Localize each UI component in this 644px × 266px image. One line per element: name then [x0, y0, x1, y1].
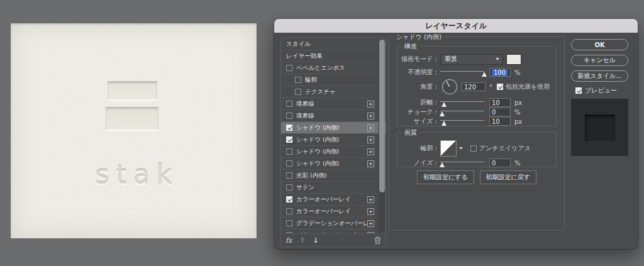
antialias-label: アンチエイリアス: [479, 144, 531, 153]
slider-thumb-icon[interactable]: [440, 111, 445, 116]
add-effect-icon[interactable]: [367, 136, 374, 143]
choke-slider[interactable]: [440, 108, 484, 116]
opacity-input[interactable]: 100: [489, 68, 511, 77]
style-label: シャドウ (内側): [296, 160, 367, 168]
style-row[interactable]: テクスチャ: [281, 86, 386, 98]
style-row[interactable]: グラデーションオーバーレイ: [281, 218, 386, 230]
style-checkbox[interactable]: [286, 172, 292, 179]
ok-button[interactable]: OK: [571, 39, 628, 50]
slider-thumb-icon[interactable]: [441, 121, 447, 126]
style-checkbox[interactable]: [286, 148, 292, 155]
style-checkbox[interactable]: [286, 208, 292, 214]
blend-mode-select[interactable]: 乗算: [440, 54, 503, 65]
preview-checkbox[interactable]: [575, 87, 582, 94]
quality-group: 画質 輪郭 : アンチエイリアス ノイズ : 0 %: [397, 132, 557, 167]
shadow-color-swatch[interactable]: [506, 54, 521, 65]
add-effect-icon[interactable]: [367, 196, 374, 203]
fx-icon[interactable]: fx: [286, 236, 292, 245]
style-row[interactable]: シャドウ (内側): [281, 146, 386, 158]
style-checkbox[interactable]: [286, 160, 292, 167]
style-checkbox[interactable]: [295, 77, 301, 83]
style-row[interactable]: 境界線: [281, 98, 386, 110]
style-checkbox[interactable]: [286, 184, 292, 191]
angle-dial[interactable]: [441, 79, 458, 95]
contour-picker[interactable]: [440, 140, 457, 157]
style-checkbox[interactable]: [286, 136, 292, 143]
distance-slider[interactable]: [440, 99, 484, 106]
style-checkbox[interactable]: [295, 89, 301, 95]
style-row[interactable]: 光彩 (内側): [281, 170, 386, 182]
global-light-checkbox[interactable]: [497, 84, 503, 90]
make-default-button[interactable]: 初期設定にする: [417, 170, 474, 184]
style-row[interactable]: カラーオーバーレイ: [281, 206, 386, 218]
style-checkbox[interactable]: [286, 196, 292, 202]
contour-label: 輪郭 :: [397, 144, 440, 153]
noise-unit: %: [514, 160, 521, 167]
desktop-background: { "colors": { "page_bg": "#6b6c6d", "dia…: [0, 0, 644, 266]
logo-bar-top: [108, 81, 157, 100]
style-row[interactable]: 輪郭: [281, 74, 386, 86]
styles-panel: スタイルレイヤー効果ベベルとエンボス輪郭テクスチャ境界線境界線シャドウ (内側)…: [280, 38, 386, 247]
move-effect-down-icon[interactable]: ↓: [313, 236, 319, 245]
add-effect-icon[interactable]: [367, 125, 374, 131]
slider-thumb-icon[interactable]: [482, 72, 487, 77]
style-row[interactable]: シャドウ (内側): [281, 122, 386, 134]
add-effect-icon[interactable]: [367, 160, 374, 167]
slider-thumb-icon[interactable]: [441, 102, 447, 107]
style-label: シャドウ (内側): [296, 136, 367, 144]
distance-input[interactable]: 10: [489, 98, 511, 107]
scrollbar-thumb[interactable]: [379, 40, 385, 192]
blend-mode-label: 描画モード :: [397, 55, 440, 64]
cancel-button[interactable]: キャンセル: [571, 55, 628, 66]
style-checkbox[interactable]: [286, 101, 292, 107]
style-row[interactable]: スタイル: [281, 38, 386, 50]
style-label: 輪郭: [305, 76, 374, 84]
style-label: 光彩 (内側): [296, 172, 374, 180]
style-row[interactable]: レイヤー効果: [281, 50, 386, 62]
style-label: テクスチャ: [305, 88, 374, 96]
slider-thumb-icon[interactable]: [440, 162, 445, 167]
distance-unit: px: [514, 99, 522, 106]
angle-input[interactable]: 120: [462, 82, 486, 91]
add-effect-icon[interactable]: [367, 208, 374, 215]
opacity-unit: %: [514, 69, 521, 76]
reset-default-button[interactable]: 初期設定に戻す: [480, 170, 536, 184]
style-checkbox[interactable]: [286, 65, 292, 71]
size-input[interactable]: 10: [489, 117, 511, 126]
style-label: カラーオーバーレイ: [296, 196, 367, 204]
paper-mockup-image: stak: [11, 23, 257, 238]
antialias-checkbox[interactable]: [470, 145, 477, 152]
style-row[interactable]: シャドウ (内側): [281, 158, 386, 170]
add-effect-icon[interactable]: [367, 220, 374, 227]
style-label: 境界線: [296, 100, 367, 108]
move-effect-up-icon[interactable]: ↑: [299, 236, 305, 245]
styles-scrollbar[interactable]: [379, 40, 385, 233]
angle-label: 角度 :: [397, 82, 440, 91]
add-effect-icon[interactable]: [367, 113, 374, 119]
style-row[interactable]: カラーオーバーレイ: [281, 194, 386, 206]
styles-list: スタイルレイヤー効果ベベルとエンボス輪郭テクスチャ境界線境界線シャドウ (内側)…: [281, 38, 386, 234]
style-checkbox[interactable]: [286, 220, 292, 226]
noise-slider[interactable]: [440, 159, 484, 167]
style-checkbox[interactable]: [286, 113, 292, 119]
structure-group: 構造 描画モード : 乗算 不透明度 : 100 % 角度 :: [397, 46, 557, 126]
add-effect-icon[interactable]: [367, 101, 374, 108]
style-label: スタイル: [286, 40, 374, 48]
delete-effect-icon[interactable]: [374, 236, 381, 244]
opacity-slider[interactable]: [440, 69, 484, 76]
new-style-button[interactable]: 新規スタイル...: [571, 70, 628, 82]
style-row[interactable]: ベベルとエンボス: [281, 62, 386, 74]
noise-input[interactable]: 0: [489, 158, 511, 167]
distance-label: 距離 :: [397, 98, 440, 107]
size-slider[interactable]: [440, 118, 484, 125]
style-row[interactable]: サテン: [281, 182, 386, 194]
choke-input[interactable]: 0: [489, 108, 511, 116]
add-effect-icon[interactable]: [367, 148, 374, 155]
style-row[interactable]: 境界線: [281, 110, 386, 122]
style-row[interactable]: シャドウ (内側): [281, 134, 386, 146]
choke-label: チョーク :: [397, 108, 440, 116]
chevron-down-icon: [459, 147, 463, 150]
dialog-titlebar[interactable]: レイヤースタイル: [274, 19, 638, 33]
style-checkbox[interactable]: [286, 125, 292, 131]
dialog-actions: OK キャンセル 新規スタイル... プレビュー: [571, 39, 628, 156]
